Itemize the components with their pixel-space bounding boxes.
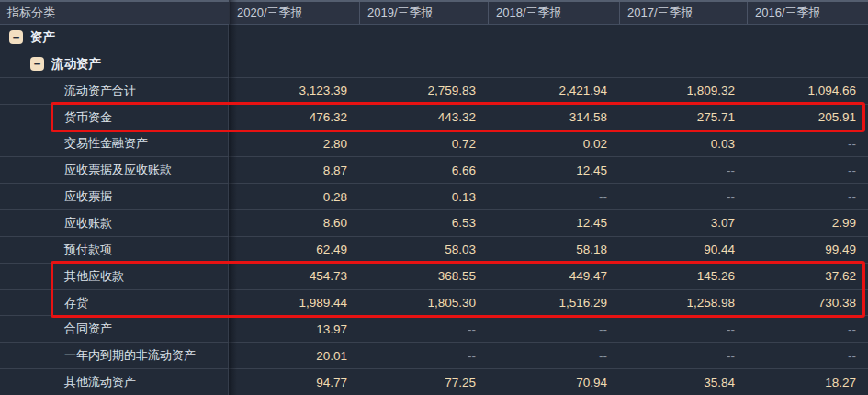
row-label: 应收账款 [64,215,112,231]
value-cell: 58.03 [359,243,488,256]
value-cell: -- [488,349,619,363]
row-label: 货币资金 [64,109,112,126]
column-header-period: 2020/三季报 [229,2,359,24]
value-cell: 0.13 [359,190,488,204]
value-cell: 90.44 [619,243,747,256]
value-cell: 8.87 [229,164,359,177]
table-row[interactable]: 应收票据0.280.13------ [0,184,868,210]
table-header-row: 指标分类 2020/三季报2019/三季报2018/三季报2017/三季报201… [0,0,868,25]
row-label: 存货 [64,295,88,311]
value-cell: 2.99 [747,216,868,230]
value-cell: 8.60 [229,216,359,230]
value-cell: 2,421.94 [488,84,619,97]
row-label: 交易性金融资产 [64,135,148,152]
value-cell: 6.66 [359,164,488,177]
column-header-category: 指标分类 [0,2,229,24]
financial-statement-table: 指标分类 2020/三季报2019/三季报2018/三季报2017/三季报201… [0,0,868,395]
value-cell: 6.53 [359,216,488,230]
row-label-cell: 合同资产 [0,316,229,342]
row-label-cell: 流动资产合计 [0,78,229,104]
value-cell: 0.03 [619,137,747,151]
value-cell: 0.72 [359,137,488,151]
value-cell: 0.02 [488,137,619,151]
table-row[interactable]: 存货1,989.441,805.301,516.291,258.98730.38 [0,290,868,317]
row-label: 资产 [30,29,55,46]
value-cell: 20.01 [229,349,359,363]
value-cell: -- [747,164,868,177]
value-cell: 12.45 [488,164,619,177]
table-row[interactable]: −资产 [0,25,868,51]
row-label-cell: 应收票据 [0,184,229,209]
row-label: 流动资产合计 [64,83,136,99]
table-row[interactable]: 应收账款8.606.5312.453.072.99 [0,210,868,237]
value-cell: 58.18 [488,243,619,256]
row-label-cell: 其他应收款 [0,264,229,289]
table-body: −资产−流动资产流动资产合计3,123.392,759.832,421.941,… [0,25,868,395]
value-cell: 94.77 [229,376,359,389]
row-label-cell: 应收账款 [0,210,229,236]
table-row[interactable]: 其他流动资产94.7777.2570.9435.8418.27 [0,369,868,395]
value-cell: -- [359,349,488,363]
collapse-minus-icon[interactable]: − [30,57,44,71]
value-cell: -- [619,164,747,177]
row-label: 应收票据及应收账款 [64,162,172,178]
table-row[interactable]: 预付款项62.4958.0358.1890.4499.49 [0,237,868,264]
table-row[interactable]: 货币资金476.32443.32314.58275.71205.91 [0,105,868,131]
table-row[interactable]: 一年内到期的非流动资产20.01-------- [0,343,868,369]
row-label-cell: −资产 [0,25,229,51]
row-label-cell: 货币资金 [0,105,229,130]
value-cell: -- [747,322,868,336]
value-cell: 37.62 [747,269,868,283]
row-label-cell: −流动资产 [0,51,229,77]
column-header-period: 2016/三季报 [747,2,868,24]
row-label: 一年内到期的非流动资产 [64,347,196,364]
value-cell: -- [747,137,868,151]
collapse-minus-icon[interactable]: − [9,30,23,44]
column-header-period: 2018/三季报 [488,2,619,24]
value-cell: 13.97 [229,322,359,336]
value-cell: 3.07 [619,216,747,230]
table-row[interactable]: −流动资产 [0,51,868,78]
value-cell: -- [619,190,747,204]
value-cell: 1,805.30 [359,296,488,310]
row-label-cell: 交易性金融资产 [0,130,229,156]
value-cell: 99.49 [747,243,868,256]
value-cell: -- [747,190,868,204]
value-cell: 730.38 [747,296,868,310]
value-cell: -- [488,322,619,336]
value-cell: 368.55 [359,269,488,283]
table-row[interactable]: 交易性金融资产2.800.720.020.03-- [0,130,868,157]
value-cell: 476.32 [229,110,359,124]
value-cell: 2.80 [229,137,359,151]
value-cell: 2,759.83 [359,84,488,97]
balance-sheet-table: 指标分类 2020/三季报2019/三季报2018/三季报2017/三季报201… [0,0,868,395]
value-cell: 70.94 [488,376,619,389]
row-label-cell: 一年内到期的非流动资产 [0,343,229,368]
value-cell: -- [619,349,747,363]
value-cell: 12.45 [488,216,619,230]
row-label: 其他流动资产 [64,374,136,390]
table-row[interactable]: 合同资产13.97-------- [0,316,868,343]
table-row[interactable]: 流动资产合计3,123.392,759.832,421.941,809.321,… [0,78,868,105]
value-cell: 275.71 [619,110,747,124]
value-cell: -- [488,190,619,204]
value-cell: 62.49 [229,243,359,256]
value-cell: 35.84 [619,376,747,389]
value-cell: 1,809.32 [619,84,747,97]
value-cell: 1,516.29 [488,296,619,310]
value-cell: -- [747,349,868,363]
value-cell: 0.28 [229,190,359,204]
value-cell: -- [359,322,488,336]
table-row[interactable]: 应收票据及应收账款8.876.6612.45---- [0,157,868,184]
value-cell: 1,258.98 [619,296,747,310]
row-label: 其他应收款 [64,268,124,285]
value-cell: 449.47 [488,269,619,283]
value-cell: -- [619,322,747,336]
value-cell: 1,989.44 [229,296,359,310]
row-label: 流动资产 [51,56,101,73]
table-row[interactable]: 其他应收款454.73368.55449.47145.2637.62 [0,264,868,290]
row-label: 预付款项 [64,242,112,258]
value-cell: 145.26 [619,269,747,283]
row-label-cell: 存货 [0,290,229,316]
value-cell: 3,123.39 [229,84,359,97]
